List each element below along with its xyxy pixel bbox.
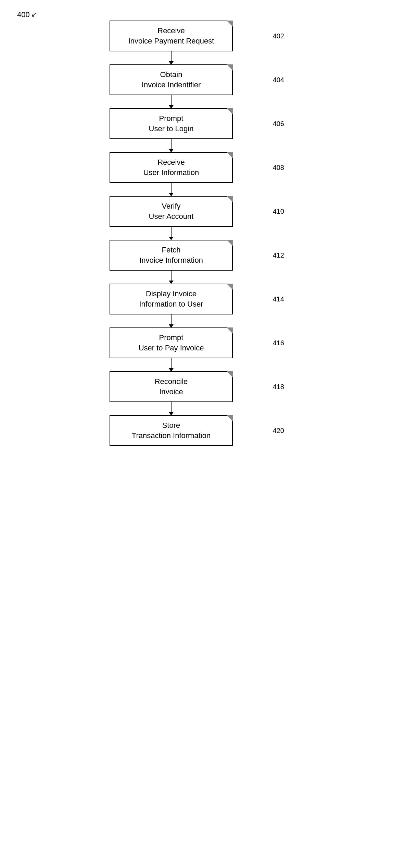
step-row-410: Verify User Account410 (79, 196, 264, 227)
flow-box-text-420: Store Transaction Information (132, 420, 211, 441)
step-row-418: Reconcile Invoice418 (79, 371, 264, 402)
arrow-412 (171, 271, 172, 284)
flow-box-406: Prompt User to Login (110, 108, 233, 139)
step-label-420: 420 (273, 427, 284, 435)
step-row-402: Receive Invoice Payment Request402 (79, 21, 264, 51)
flow-box-text-406: Prompt User to Login (149, 113, 194, 134)
figure-label-text: 400 (17, 10, 30, 19)
arrow-416 (171, 358, 172, 371)
step-row-416: Prompt User to Pay Invoice416 (79, 327, 264, 358)
step-label-416: 416 (273, 339, 284, 347)
flow-box-410: Verify User Account (110, 196, 233, 227)
flow-box-text-404: Obtain Invoice Indentifier (142, 70, 201, 90)
arrow-410 (171, 227, 172, 240)
step-row-414: Display Invoice Information to User414 (79, 284, 264, 314)
flow-box-416: Prompt User to Pay Invoice (110, 327, 233, 358)
flow-box-text-414: Display Invoice Information to User (139, 289, 203, 309)
flow-box-text-402: Receive Invoice Payment Request (128, 26, 214, 46)
step-label-404: 404 (273, 76, 284, 84)
arrow-418 (171, 402, 172, 415)
flowchart-diagram: Receive Invoice Payment Request402Obtain… (79, 21, 264, 446)
step-label-408: 408 (273, 164, 284, 172)
flow-box-text-416: Prompt User to Pay Invoice (139, 333, 204, 353)
flow-box-412: Fetch Invoice Information (110, 240, 233, 271)
flow-box-text-410: Verify User Account (149, 201, 194, 221)
flow-box-414: Display Invoice Information to User (110, 284, 233, 314)
flow-box-text-408: Receive User Information (143, 157, 199, 177)
step-label-406: 406 (273, 120, 284, 128)
arrow-404 (171, 95, 172, 108)
step-row-420: Store Transaction Information420 (79, 415, 264, 446)
arrow-408 (171, 183, 172, 196)
flow-box-text-418: Reconcile Invoice (155, 376, 188, 397)
flow-box-404: Obtain Invoice Indentifier (110, 64, 233, 95)
arrow-406 (171, 139, 172, 152)
step-label-418: 418 (273, 383, 284, 391)
step-label-402: 402 (273, 32, 284, 40)
step-label-410: 410 (273, 208, 284, 215)
flow-box-420: Store Transaction Information (110, 415, 233, 446)
arrow-414 (171, 314, 172, 327)
figure-label-arrow: ↙ (31, 10, 37, 18)
flow-box-text-412: Fetch Invoice Information (139, 245, 203, 265)
flow-box-408: Receive User Information (110, 152, 233, 183)
step-row-404: Obtain Invoice Indentifier404 (79, 64, 264, 95)
arrow-402 (171, 51, 172, 64)
flow-box-402: Receive Invoice Payment Request (110, 21, 233, 51)
step-label-414: 414 (273, 295, 284, 303)
flow-box-418: Reconcile Invoice (110, 371, 233, 402)
figure-label: 400 ↙ (17, 10, 37, 19)
step-row-412: Fetch Invoice Information412 (79, 240, 264, 271)
step-row-408: Receive User Information408 (79, 152, 264, 183)
step-row-406: Prompt User to Login406 (79, 108, 264, 139)
step-label-412: 412 (273, 251, 284, 259)
